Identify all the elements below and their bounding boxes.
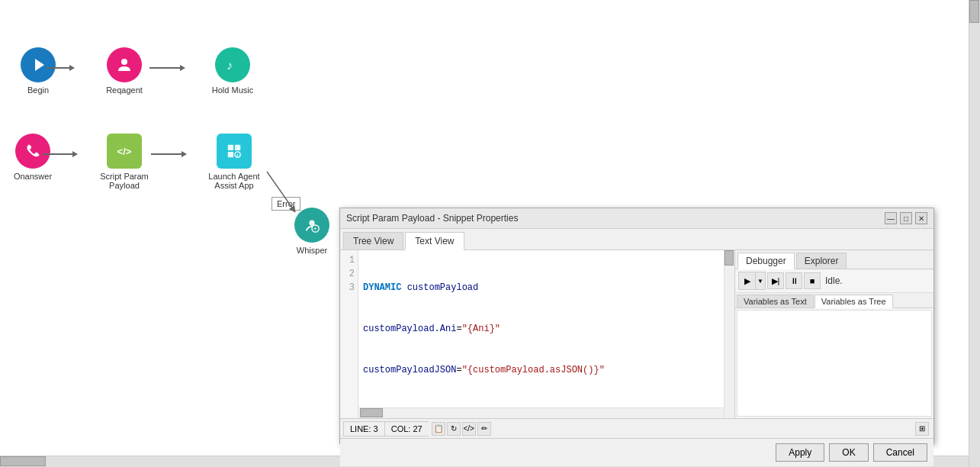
status-icon-1[interactable]: 📋	[432, 422, 445, 436]
minimize-button[interactable]: —	[885, 212, 897, 224]
code-line-2: customPayload.Ani="{Ani}"	[363, 322, 719, 336]
scrollbar-vertical[interactable]	[969, 0, 980, 467]
reqagent-label: Reqagent	[106, 85, 143, 95]
snippet-properties-dialog: Script Param Payload - Snippet Propertie…	[339, 208, 934, 444]
right-panel: Debugger Explorer ▶ ▼ ▶| ⏸ ■ Idle.	[735, 250, 933, 418]
apply-button[interactable]: Apply	[776, 443, 824, 462]
node-whisper[interactable]: + Whisper	[285, 208, 339, 255]
onanswer-label: Onanswer	[14, 172, 52, 181]
code-content[interactable]: DYNAMIC customPayload customPayload.Ani=…	[358, 250, 724, 407]
tab-tree-view[interactable]: Tree View	[343, 232, 403, 250]
scroll-thumb-v[interactable]	[969, 0, 979, 23]
scriptparam-icon: </>	[107, 134, 142, 169]
editor-scrollbar-v[interactable]	[724, 250, 734, 418]
status-icon-4[interactable]: ✏	[477, 422, 491, 436]
code-editor: 1 2 3 DYNAMIC customPayload customPayloa…	[340, 250, 735, 418]
editor-v-thumb[interactable]	[725, 250, 734, 266]
code-line-1: DYNAMIC customPayload	[363, 281, 719, 295]
svg-text:+: +	[313, 226, 317, 233]
node-onanswer[interactable]: Onanswer	[6, 134, 59, 181]
node-reqagent[interactable]: Reqagent	[98, 47, 151, 95]
begin-label: Begin	[27, 85, 49, 95]
node-scriptparam[interactable]: </> Script Param Payload	[98, 134, 151, 190]
holdmusic-icon: ♪	[215, 47, 250, 82]
svg-line-8	[267, 172, 294, 210]
arrow-4	[151, 151, 187, 157]
svg-text:+: +	[236, 152, 239, 159]
editor-scrollbar-h[interactable]	[358, 407, 724, 418]
svg-point-1	[121, 59, 127, 65]
scroll-thumb-h[interactable]	[0, 456, 46, 466]
status-icon-3[interactable]: </>	[462, 422, 476, 436]
status-icons: 📋 ↻ </> ✏	[432, 422, 491, 436]
scriptparam-label: Script Param Payload	[100, 172, 149, 190]
debugger-toolbar: ▶ ▼ ▶| ⏸ ■ Idle.	[735, 269, 933, 293]
status-line: LINE: 3	[343, 421, 384, 436]
content-area: 1 2 3 DYNAMIC customPayload customPayloa…	[340, 250, 933, 418]
variables-content	[737, 310, 932, 417]
launchagent-icon: +	[217, 134, 252, 169]
status-bar: LINE: 3 COL: 27 📋 ↻ </> ✏ ⊞	[340, 418, 933, 438]
debug-stop-button[interactable]: ■	[804, 272, 821, 289]
dialog-titlebar: Script Param Payload - Snippet Propertie…	[340, 208, 933, 229]
status-icon-2[interactable]: ↻	[447, 422, 461, 436]
ok-button[interactable]: OK	[829, 443, 868, 462]
svg-marker-0	[35, 59, 44, 71]
tab-bar: Tree View Text View	[340, 229, 933, 250]
debug-step-button[interactable]: ▶|	[767, 272, 784, 289]
var-tabs: Variables as Text Variables as Tree	[735, 293, 933, 308]
status-col: COL: 27	[384, 421, 429, 436]
code-line-3: customPayloadJSON="{customPayload.asJSON…	[363, 363, 719, 377]
svg-rect-5	[228, 152, 233, 157]
tab-debugger[interactable]: Debugger	[737, 253, 795, 269]
tab-explorer[interactable]: Explorer	[796, 253, 847, 269]
arrow-3	[42, 151, 78, 157]
debug-run-button[interactable]: ▶	[739, 272, 756, 289]
debugger-tabs: Debugger Explorer	[735, 250, 933, 269]
svg-text:♪: ♪	[227, 59, 233, 72]
close-button[interactable]: ✕	[915, 212, 927, 224]
cancel-button[interactable]: Cancel	[873, 443, 927, 462]
status-icon-expand[interactable]: ⊞	[915, 422, 929, 436]
dialog-footer: Apply OK Cancel	[340, 438, 933, 466]
dialog-body: Tree View Text View 1 2 3 DYNAMIC custom…	[340, 229, 933, 438]
debug-pause-button[interactable]: ⏸	[786, 272, 802, 289]
maximize-button[interactable]: □	[900, 212, 912, 224]
dialog-title: Script Param Payload - Snippet Propertie…	[346, 213, 518, 224]
canvas: Begin Reqagent ♪ Hold Music	[0, 0, 980, 467]
editor-h-thumb[interactable]	[360, 408, 383, 417]
svg-rect-4	[235, 145, 240, 150]
node-begin[interactable]: Begin	[11, 47, 65, 95]
arrow-2	[149, 65, 185, 71]
debug-dropdown-button[interactable]: ▼	[756, 272, 765, 289]
reqagent-icon	[107, 47, 142, 82]
line-numbers: 1 2 3	[340, 250, 358, 418]
tab-variables-tree[interactable]: Variables as Tree	[815, 295, 893, 308]
tab-text-view[interactable]: Text View	[405, 232, 464, 250]
dialog-controls: — □ ✕	[885, 212, 927, 224]
svg-rect-3	[228, 145, 233, 150]
debug-btn-group: ▶ ▼	[738, 272, 766, 290]
tab-variables-text[interactable]: Variables as Text	[737, 295, 814, 308]
node-holdmusic[interactable]: ♪ Hold Music	[206, 47, 259, 95]
arrow-1	[47, 65, 75, 71]
holdmusic-label: Hold Music	[212, 85, 253, 95]
whisper-label: Whisper	[297, 246, 327, 255]
whisper-icon: +	[294, 208, 329, 243]
idle-status: Idle.	[825, 275, 843, 286]
